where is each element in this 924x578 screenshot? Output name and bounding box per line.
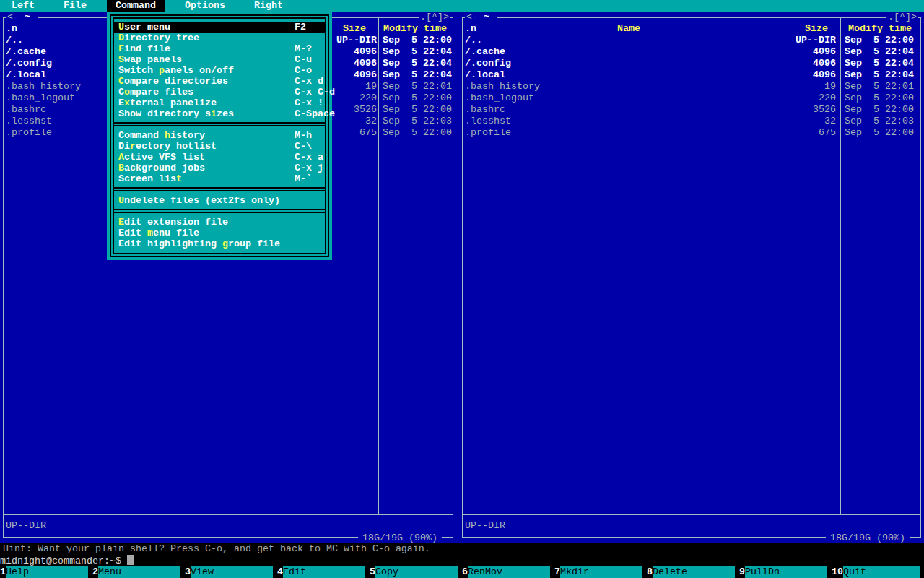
menu-item-undelete-files-ext2fs-only[interactable]: Undelete files (ext2fs only): [114, 195, 325, 206]
file-name: .profile: [465, 127, 511, 139]
menu-item-screen-list[interactable]: Screen listM-`: [114, 173, 325, 184]
file-row-local[interactable]: /.local4096Sep 5 22:04: [459, 69, 924, 81]
fkey-number: 8: [647, 566, 653, 578]
menu-item-swap-panels[interactable]: Swap panelsC-u: [114, 54, 325, 65]
menu-item-directory-hotlist[interactable]: Directory hotlistC-\: [114, 141, 325, 152]
menu-item-switch-panels-on-off[interactable]: Switch panels on/offC-o: [114, 65, 325, 76]
menu-item-edit-menu-file[interactable]: Edit menu file: [114, 228, 325, 238]
menu-item-shortcut: M-`: [295, 173, 312, 184]
fkey-label: Mkdir: [560, 566, 642, 578]
file-row-[interactable]: /..UP--DIRSep 5 22:00: [459, 35, 924, 46]
menu-item-label: Switch panels on/off: [118, 65, 234, 76]
fkey-10-quit[interactable]: 10Quit: [832, 566, 924, 578]
file-size: 675: [359, 127, 377, 139]
menu-item-compare-files[interactable]: Compare filesC-x C-d: [114, 87, 325, 98]
panel-right: <- ~ .[^]>NameSizeModify time.n/..UP--DI…: [459, 12, 924, 543]
fkey-number: 4: [277, 566, 283, 578]
menu-item-shortcut: F2: [295, 22, 306, 33]
fkey-4-edit[interactable]: 4Edit: [277, 566, 370, 578]
shell-command-line[interactable]: midnight@commander:~$: [0, 555, 924, 566]
menu-hotkey-letter: p: [159, 65, 165, 76]
fkey-number: 5: [370, 566, 375, 578]
fkey-1-help[interactable]: 1Help: [0, 566, 92, 578]
menu-separator: [114, 119, 325, 130]
file-size: 4096: [813, 69, 836, 81]
menu-item-find-file[interactable]: Find fileM-?: [114, 43, 325, 54]
file-row-bash-logout[interactable]: .bash_logout220Sep 5 22:00: [459, 92, 924, 104]
file-row-bashrc[interactable]: .bashrc3526Sep 5 22:00: [459, 104, 924, 116]
menu-item-shortcut: C-x !: [295, 98, 323, 108]
mini-status-separator: [462, 514, 921, 515]
menu-item-external-panelize[interactable]: External panelizeC-x !: [114, 98, 325, 108]
fkey-9-pulldn[interactable]: 9PullDn: [739, 566, 832, 578]
menubar-item-command[interactable]: Command: [107, 0, 165, 12]
menu-item-shortcut: C-\: [295, 141, 312, 152]
menubar-item-left[interactable]: Left: [3, 0, 43, 12]
fkey-5-copy[interactable]: 5Copy: [370, 566, 462, 578]
file-name: .lesshst: [6, 116, 52, 127]
file-size: 220: [359, 92, 377, 104]
panel-nav-widget[interactable]: .[^]>: [419, 12, 450, 23]
fkey-2-menu[interactable]: 2Menu: [92, 566, 185, 578]
menubar-item-right[interactable]: Right: [245, 0, 292, 12]
file-size: 4096: [354, 46, 377, 58]
menu-item-label: External panelize: [118, 98, 217, 108]
column-header-mtime[interactable]: Modify time: [378, 23, 452, 35]
menu-item-command-history[interactable]: Command historyM-h: [114, 130, 325, 141]
file-name: .profile: [6, 127, 52, 139]
fkey-7-mkdir[interactable]: 7Mkdir: [554, 566, 647, 578]
menubar-item-options[interactable]: Options: [176, 0, 234, 12]
fkey-8-delete[interactable]: 8Delete: [647, 566, 739, 578]
file-mtime: Sep 5 22:00: [845, 127, 914, 139]
fkey-label: Menu: [98, 566, 180, 578]
panel-path-text: ~: [19, 12, 36, 22]
file-mtime: Sep 5 22:00: [383, 92, 452, 104]
file-name: /..: [465, 35, 482, 46]
file-name: /..: [6, 35, 23, 46]
menu-item-show-directory-sizes[interactable]: Show directory sizesC-Space: [114, 108, 325, 119]
file-mtime: Sep 5 22:00: [845, 92, 914, 104]
file-mtime: Sep 5 22:00: [845, 104, 914, 116]
file-name: .bash_history: [6, 81, 81, 92]
fkey-label: Help: [6, 566, 88, 578]
fkey-6-renmov[interactable]: 6RenMov: [462, 566, 554, 578]
column-header-size[interactable]: Size: [793, 23, 840, 35]
file-mtime: Sep 5 22:00: [383, 35, 452, 46]
menu-item-active-vfs-list[interactable]: Active VFS listC-x a: [114, 152, 325, 163]
file-size: 4096: [813, 46, 836, 58]
menu-item-label: Directory tree: [118, 33, 199, 43]
path-scroll-arrow: <-: [7, 12, 19, 22]
menu-item-shortcut: C-x j: [295, 163, 323, 173]
fkey-3-view[interactable]: 3View: [185, 566, 277, 578]
panel-nav-widget[interactable]: .[^]>: [886, 12, 918, 23]
file-row-lesshst[interactable]: .lesshst32Sep 5 22:03: [459, 116, 924, 127]
panel-path[interactable]: <- ~: [465, 12, 497, 23]
menu-item-edit-extension-file[interactable]: Edit extension file: [114, 217, 325, 228]
menubar-item-file[interactable]: File: [55, 0, 95, 12]
panel-column-headers: NameSizeModify time.n: [459, 23, 924, 35]
column-header-size[interactable]: Size: [331, 23, 378, 35]
menu-item-background-jobs[interactable]: Background jobsC-x j: [114, 163, 325, 173]
fkey-number: 2: [92, 566, 98, 578]
menu-hotkey-letter: D: [118, 33, 124, 43]
file-row-bash-history[interactable]: .bash_history19Sep 5 22:01: [459, 81, 924, 92]
menu-item-user-menu[interactable]: User menuF2: [114, 22, 325, 33]
file-name: .bashrc: [465, 104, 505, 116]
command-dropdown-menu: User menuF2Directory treeFind fileM-?Swa…: [107, 12, 332, 260]
menu-item-edit-highlighting-group-file[interactable]: Edit highlighting group file: [114, 238, 325, 249]
shell-cursor: [127, 555, 134, 565]
column-header-name[interactable]: Name: [465, 23, 793, 35]
file-size: 220: [819, 92, 836, 104]
fkey-number: 3: [185, 566, 191, 578]
panel-path[interactable]: <- ~: [6, 12, 38, 23]
file-row-cache[interactable]: /.cache4096Sep 5 22:04: [459, 46, 924, 58]
menu-item-directory-tree[interactable]: Directory tree: [114, 33, 325, 43]
menu-item-label: Screen list: [118, 173, 182, 184]
menu-hotkey-letter: o: [124, 87, 130, 98]
menu-item-compare-directories[interactable]: Compare directoriesC-x d: [114, 76, 325, 87]
file-row-profile[interactable]: .profile675Sep 5 22:00: [459, 127, 924, 139]
fkey-number: 6: [462, 566, 468, 578]
column-header-mtime[interactable]: Modify time: [840, 23, 920, 35]
file-row-config[interactable]: /.config4096Sep 5 22:04: [459, 58, 924, 69]
menu-hotkey-letter: t: [176, 173, 182, 184]
